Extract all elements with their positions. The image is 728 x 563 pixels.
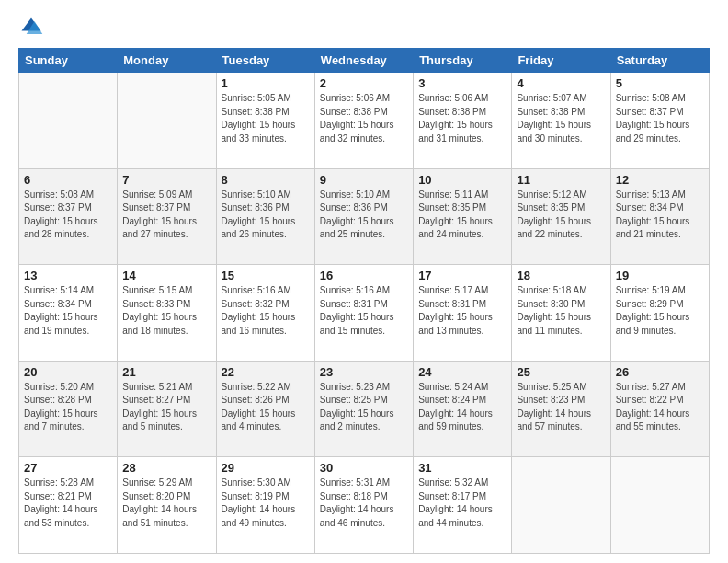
day-number: 1: [222, 76, 310, 90]
calendar-cell: 10Sunrise: 5:11 AMSunset: 8:35 PMDayligh…: [414, 168, 512, 265]
calendar-cell: 17Sunrise: 5:17 AMSunset: 8:31 PMDayligh…: [414, 265, 512, 362]
day-number: 7: [122, 173, 210, 187]
day-info: Sunrise: 5:05 AMSunset: 8:38 PMDaylight:…: [222, 92, 310, 145]
day-info: Sunrise: 5:14 AMSunset: 8:34 PMDaylight:…: [24, 284, 112, 338]
day-info: Sunrise: 5:30 AMSunset: 8:19 PMDaylight:…: [222, 477, 310, 530]
calendar-row-2: 6Sunrise: 5:08 AMSunset: 8:37 PMDaylight…: [19, 168, 710, 265]
day-number: 23: [320, 365, 408, 379]
day-info: Sunrise: 5:17 AMSunset: 8:31 PMDaylight:…: [418, 284, 506, 338]
weekday-wednesday: Wednesday: [314, 49, 413, 73]
day-number: 25: [517, 365, 605, 379]
day-info: Sunrise: 5:16 AMSunset: 8:31 PMDaylight:…: [320, 284, 408, 338]
day-info: Sunrise: 5:19 AMSunset: 8:29 PMDaylight:…: [616, 284, 704, 338]
day-number: 15: [222, 269, 310, 282]
day-info: Sunrise: 5:23 AMSunset: 8:25 PMDaylight:…: [320, 381, 408, 434]
day-info: Sunrise: 5:31 AMSunset: 8:18 PMDaylight:…: [320, 477, 408, 530]
day-info: Sunrise: 5:10 AMSunset: 8:36 PMDaylight:…: [222, 189, 310, 242]
day-number: 22: [222, 365, 310, 379]
day-number: 18: [517, 269, 605, 282]
day-number: 10: [418, 173, 506, 187]
day-number: 2: [320, 76, 408, 90]
weekday-tuesday: Tuesday: [216, 49, 314, 73]
calendar-cell: 30Sunrise: 5:31 AMSunset: 8:18 PMDayligh…: [314, 457, 413, 554]
day-info: Sunrise: 5:12 AMSunset: 8:35 PMDaylight:…: [517, 189, 605, 242]
weekday-thursday: Thursday: [414, 49, 512, 73]
day-number: 17: [418, 269, 506, 282]
day-number: 24: [418, 365, 506, 379]
page: SundayMondayTuesdayWednesdayThursdayFrid…: [0, 0, 728, 563]
day-info: Sunrise: 5:18 AMSunset: 8:30 PMDaylight:…: [517, 284, 605, 338]
calendar-cell: 14Sunrise: 5:15 AMSunset: 8:33 PMDayligh…: [118, 265, 216, 362]
day-info: Sunrise: 5:21 AMSunset: 8:27 PMDaylight:…: [122, 381, 210, 434]
calendar-cell: [118, 73, 216, 169]
calendar-cell: [610, 457, 709, 554]
calendar-cell: 18Sunrise: 5:18 AMSunset: 8:30 PMDayligh…: [512, 265, 610, 362]
calendar-cell: 29Sunrise: 5:30 AMSunset: 8:19 PMDayligh…: [216, 457, 314, 554]
day-number: 28: [122, 461, 210, 475]
day-number: 3: [418, 76, 506, 90]
day-info: Sunrise: 5:20 AMSunset: 8:28 PMDaylight:…: [24, 381, 112, 434]
calendar-cell: 6Sunrise: 5:08 AMSunset: 8:37 PMDaylight…: [19, 168, 118, 265]
day-number: 30: [320, 461, 408, 475]
calendar-cell: 8Sunrise: 5:10 AMSunset: 8:36 PMDaylight…: [216, 168, 314, 265]
day-info: Sunrise: 5:11 AMSunset: 8:35 PMDaylight:…: [418, 189, 506, 242]
calendar-row-4: 20Sunrise: 5:20 AMSunset: 8:28 PMDayligh…: [19, 361, 710, 457]
calendar-cell: 25Sunrise: 5:25 AMSunset: 8:23 PMDayligh…: [512, 361, 610, 457]
calendar-cell: 2Sunrise: 5:06 AMSunset: 8:38 PMDaylight…: [314, 73, 413, 169]
calendar-row-1: 1Sunrise: 5:05 AMSunset: 8:38 PMDaylight…: [19, 73, 710, 169]
calendar-cell: 3Sunrise: 5:06 AMSunset: 8:38 PMDaylight…: [414, 73, 512, 169]
weekday-monday: Monday: [118, 49, 216, 73]
day-info: Sunrise: 5:24 AMSunset: 8:24 PMDaylight:…: [418, 381, 506, 434]
day-info: Sunrise: 5:28 AMSunset: 8:21 PMDaylight:…: [24, 477, 112, 530]
day-number: 14: [122, 269, 210, 282]
weekday-friday: Friday: [512, 49, 610, 73]
day-info: Sunrise: 5:22 AMSunset: 8:26 PMDaylight:…: [222, 381, 310, 434]
day-number: 8: [222, 173, 310, 187]
calendar-cell: [512, 457, 610, 554]
calendar-cell: 28Sunrise: 5:29 AMSunset: 8:20 PMDayligh…: [118, 457, 216, 554]
day-number: 4: [517, 76, 605, 90]
calendar-cell: 5Sunrise: 5:08 AMSunset: 8:37 PMDaylight…: [610, 73, 709, 169]
header: [18, 15, 710, 40]
calendar-cell: 22Sunrise: 5:22 AMSunset: 8:26 PMDayligh…: [216, 361, 314, 457]
day-number: 21: [122, 365, 210, 379]
day-number: 6: [24, 173, 112, 187]
day-number: 20: [24, 365, 112, 379]
day-number: 12: [616, 173, 704, 187]
calendar-cell: 13Sunrise: 5:14 AMSunset: 8:34 PMDayligh…: [19, 265, 118, 362]
day-info: Sunrise: 5:09 AMSunset: 8:37 PMDaylight:…: [122, 189, 210, 242]
calendar-cell: 11Sunrise: 5:12 AMSunset: 8:35 PMDayligh…: [512, 168, 610, 265]
day-number: 29: [222, 461, 310, 475]
day-info: Sunrise: 5:15 AMSunset: 8:33 PMDaylight:…: [122, 284, 210, 338]
day-number: 16: [320, 269, 408, 282]
day-number: 26: [616, 365, 704, 379]
day-info: Sunrise: 5:07 AMSunset: 8:38 PMDaylight:…: [517, 92, 605, 145]
day-number: 13: [24, 269, 112, 282]
day-number: 19: [616, 269, 704, 282]
calendar-cell: 16Sunrise: 5:16 AMSunset: 8:31 PMDayligh…: [314, 265, 413, 362]
calendar-cell: 15Sunrise: 5:16 AMSunset: 8:32 PMDayligh…: [216, 265, 314, 362]
calendar-cell: 21Sunrise: 5:21 AMSunset: 8:27 PMDayligh…: [118, 361, 216, 457]
day-info: Sunrise: 5:29 AMSunset: 8:20 PMDaylight:…: [122, 477, 210, 530]
calendar-cell: 12Sunrise: 5:13 AMSunset: 8:34 PMDayligh…: [610, 168, 709, 265]
day-number: 27: [24, 461, 112, 475]
calendar-cell: 4Sunrise: 5:07 AMSunset: 8:38 PMDaylight…: [512, 73, 610, 169]
logo: [18, 15, 48, 40]
day-info: Sunrise: 5:32 AMSunset: 8:17 PMDaylight:…: [418, 477, 506, 530]
logo-icon: [18, 15, 44, 40]
calendar-cell: 7Sunrise: 5:09 AMSunset: 8:37 PMDaylight…: [118, 168, 216, 265]
day-info: Sunrise: 5:06 AMSunset: 8:38 PMDaylight:…: [320, 92, 408, 145]
day-info: Sunrise: 5:16 AMSunset: 8:32 PMDaylight:…: [222, 284, 310, 338]
calendar-cell: 31Sunrise: 5:32 AMSunset: 8:17 PMDayligh…: [414, 457, 512, 554]
calendar-cell: 20Sunrise: 5:20 AMSunset: 8:28 PMDayligh…: [19, 361, 118, 457]
calendar-cell: 23Sunrise: 5:23 AMSunset: 8:25 PMDayligh…: [314, 361, 413, 457]
weekday-saturday: Saturday: [610, 49, 709, 73]
calendar-cell: 27Sunrise: 5:28 AMSunset: 8:21 PMDayligh…: [19, 457, 118, 554]
weekday-header-row: SundayMondayTuesdayWednesdayThursdayFrid…: [19, 49, 710, 73]
day-info: Sunrise: 5:06 AMSunset: 8:38 PMDaylight:…: [418, 92, 506, 145]
calendar-cell: 19Sunrise: 5:19 AMSunset: 8:29 PMDayligh…: [610, 265, 709, 362]
calendar-cell: 9Sunrise: 5:10 AMSunset: 8:36 PMDaylight…: [314, 168, 413, 265]
calendar-cell: 24Sunrise: 5:24 AMSunset: 8:24 PMDayligh…: [414, 361, 512, 457]
day-info: Sunrise: 5:27 AMSunset: 8:22 PMDaylight:…: [616, 381, 704, 434]
calendar-row-3: 13Sunrise: 5:14 AMSunset: 8:34 PMDayligh…: [19, 265, 710, 362]
